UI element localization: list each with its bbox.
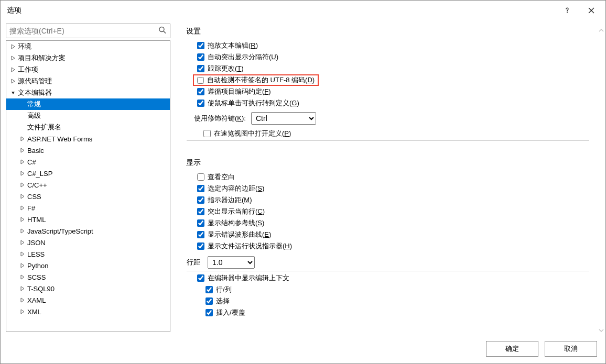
checkbox[interactable]	[197, 42, 204, 49]
tree-item[interactable]: 源代码管理	[6, 75, 170, 87]
checkbox[interactable]	[197, 274, 204, 282]
chevron-right-icon[interactable]	[19, 158, 26, 166]
chevron-right-icon[interactable]	[19, 227, 26, 235]
tree-item[interactable]: C#_LSP	[6, 168, 170, 179]
tree-item[interactable]: HTML	[6, 214, 170, 225]
chevron-right-icon[interactable]	[19, 273, 26, 281]
chevron-right-icon[interactable]	[19, 181, 26, 189]
chevron-right-icon[interactable]	[19, 204, 26, 212]
tree-item[interactable]: XML	[6, 306, 170, 317]
tree-item[interactable]: 项目和解决方案	[6, 52, 170, 64]
settings-scroll[interactable]: 设置 拖放文本编辑(R)自动突出显示分隔符(U)跟踪更改(T)自动检测不带签名的…	[186, 24, 600, 332]
checkbox-label[interactable]: 突出显示当前行(C)	[208, 207, 265, 216]
checkbox[interactable]	[205, 286, 213, 293]
tree-item[interactable]: CSS	[6, 191, 170, 202]
tree-item[interactable]: Python	[6, 260, 170, 271]
checkbox-label[interactable]: 选择	[216, 296, 230, 306]
chevron-right-icon[interactable]	[19, 216, 26, 223]
tree-item[interactable]: C#	[6, 156, 170, 168]
checkbox[interactable]	[197, 65, 204, 72]
chevron-right-icon[interactable]	[19, 135, 26, 142]
tree-item[interactable]: Basic	[6, 145, 170, 156]
tree-item[interactable]: ASP.NET Web Forms	[6, 133, 170, 145]
checkbox-label[interactable]: 在编辑器中显示编辑上下文	[208, 273, 289, 283]
chevron-right-icon[interactable]	[9, 43, 17, 50]
tree-item[interactable]: LESS	[6, 248, 170, 260]
tree-item[interactable]: T-SQL90	[6, 283, 170, 294]
line-spacing-row: 行距1.0	[187, 255, 589, 270]
checkbox-row: 在编辑器中显示编辑上下文	[194, 272, 589, 284]
chevron-right-icon[interactable]	[19, 239, 26, 246]
tree-item[interactable]: SCSS	[6, 271, 170, 283]
checkbox[interactable]	[197, 208, 204, 215]
checkbox-label[interactable]: 选定内容的边距(S)	[208, 184, 264, 193]
checkbox[interactable]	[197, 196, 204, 204]
checkbox-label[interactable]: 指示器边距(M)	[208, 195, 252, 205]
ok-button[interactable]: 确定	[486, 341, 538, 357]
checkbox-label[interactable]: 自动检测不带签名的 UTF-8 编码(D)	[207, 75, 315, 85]
checkbox-row: 跟踪更改(T)	[194, 63, 589, 74]
checkbox-label[interactable]: 使鼠标单击可执行转到定义(G)	[208, 98, 299, 108]
checkbox-label[interactable]: 遵循项目编码约定(F)	[208, 87, 271, 96]
tree-item[interactable]: 环境	[6, 41, 170, 52]
checkbox-row: 插入/覆盖	[202, 307, 589, 318]
chevron-right-icon[interactable]	[19, 296, 26, 304]
checkbox[interactable]	[197, 231, 204, 238]
modifier-select[interactable]: Ctrl	[251, 112, 316, 125]
checkbox[interactable]	[197, 53, 204, 61]
tree-item[interactable]: F#	[6, 202, 170, 214]
left-panel: 环境项目和解决方案工作项源代码管理文本编辑器常规高级文件扩展名ASP.NET W…	[6, 24, 170, 332]
tree-item[interactable]: 常规	[6, 98, 170, 110]
tree-item[interactable]: JSON	[6, 237, 170, 248]
checkbox[interactable]	[197, 77, 204, 84]
checkbox[interactable]	[197, 88, 204, 95]
cancel-button[interactable]: 取消	[545, 341, 597, 357]
chevron-right-icon[interactable]	[19, 285, 26, 292]
search-container	[6, 24, 170, 38]
checkbox-label[interactable]: 跟踪更改(T)	[208, 64, 244, 73]
checkbox-label[interactable]: 行/列	[216, 285, 232, 294]
chevron-right-icon[interactable]	[9, 66, 17, 73]
tree-item[interactable]: 文本编辑器	[6, 87, 170, 98]
chevron-right-icon[interactable]	[19, 193, 26, 200]
checkbox-label[interactable]: 显示结构参考线(S)	[208, 218, 264, 228]
tree-item[interactable]: XAML	[6, 294, 170, 306]
checkbox[interactable]	[197, 100, 204, 107]
chevron-right-icon[interactable]	[9, 78, 17, 85]
tree-item[interactable]: 文件扩展名	[6, 122, 170, 133]
tree-item-label: 项目和解决方案	[18, 53, 66, 63]
checkbox[interactable]	[197, 219, 204, 227]
tree-item[interactable]: 高级	[6, 110, 170, 122]
checkbox-label[interactable]: 查看空白	[208, 172, 235, 182]
tree-item-label: CSS	[27, 193, 41, 201]
checkbox-label[interactable]: 拖放文本编辑(R)	[208, 41, 258, 50]
tree-item[interactable]: JavaScript/TypeScript	[6, 225, 170, 237]
chevron-right-icon[interactable]	[19, 308, 26, 315]
chevron-right-icon[interactable]	[19, 250, 26, 258]
options-tree[interactable]: 环境项目和解决方案工作项源代码管理文本编辑器常规高级文件扩展名ASP.NET W…	[6, 40, 170, 332]
checkbox-label[interactable]: 在速览视图中打开定义(P)	[214, 129, 291, 138]
checkbox[interactable]	[203, 130, 211, 137]
tree-item[interactable]: 工作项	[6, 64, 170, 75]
chevron-right-icon[interactable]	[19, 262, 26, 269]
chevron-right-icon[interactable]	[9, 54, 17, 62]
checkbox-label[interactable]: 显示文件运行状况指示器(H)	[208, 241, 292, 251]
close-button[interactable]	[579, 3, 603, 18]
chevron-right-icon[interactable]	[19, 147, 26, 154]
checkbox[interactable]	[205, 309, 213, 316]
checkbox[interactable]	[197, 185, 204, 192]
chevron-right-icon[interactable]	[19, 170, 26, 177]
line-spacing-select[interactable]: 1.0	[208, 256, 255, 269]
checkbox-row: 选定内容的边距(S)	[194, 183, 589, 194]
checkbox[interactable]	[197, 242, 204, 250]
search-input[interactable]	[6, 24, 155, 38]
checkbox-label[interactable]: 自动突出显示分隔符(U)	[208, 52, 278, 62]
help-button[interactable]	[555, 3, 579, 18]
checkbox[interactable]	[205, 297, 213, 305]
checkbox-label[interactable]: 插入/覆盖	[216, 308, 245, 317]
chevron-down-icon[interactable]	[9, 89, 17, 96]
tree-item[interactable]: C/C++	[6, 179, 170, 191]
checkbox-label[interactable]: 显示错误波形曲线(E)	[208, 230, 271, 239]
dialog-title: 选项	[7, 6, 555, 15]
checkbox[interactable]	[197, 173, 204, 181]
